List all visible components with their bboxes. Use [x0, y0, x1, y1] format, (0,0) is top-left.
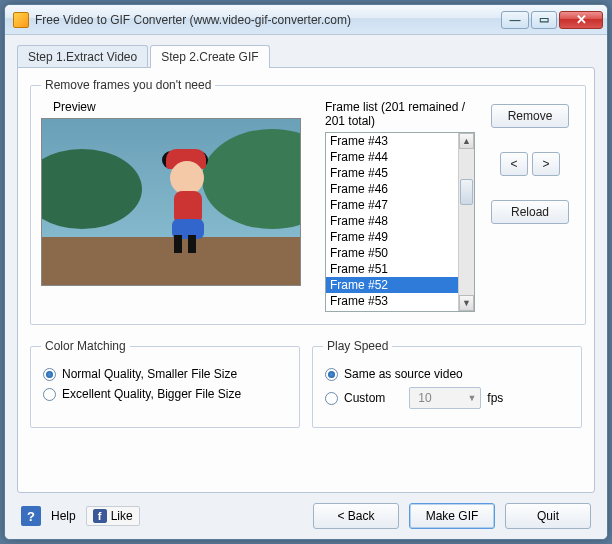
make-gif-button[interactable]: Make GIF [409, 503, 495, 529]
fps-unit: fps [487, 391, 503, 405]
frame-list-item[interactable]: Frame #54 [326, 309, 458, 311]
prev-frame-button[interactable]: < [500, 152, 528, 176]
scroll-up-button[interactable]: ▲ [459, 133, 474, 149]
radio-icon [325, 392, 338, 405]
preview-image [41, 118, 301, 286]
radio-label: Custom [344, 391, 385, 405]
fps-value: 10 [418, 391, 431, 405]
tab-step2[interactable]: Step 2.Create GIF [150, 45, 269, 68]
frame-list-item[interactable]: Frame #52 [326, 277, 458, 293]
window-title: Free Video to GIF Converter (www.video-g… [35, 13, 501, 27]
quit-button[interactable]: Quit [505, 503, 591, 529]
help-label[interactable]: Help [51, 509, 76, 523]
frame-list-label: Frame list (201 remained / 201 total) [325, 100, 475, 128]
radio-normal-quality[interactable]: Normal Quality, Smaller File Size [43, 367, 287, 381]
radio-custom-speed[interactable]: Custom 10 ▼ fps [325, 387, 569, 409]
tab-step1[interactable]: Step 1.Extract Video [17, 45, 148, 68]
frame-list-item[interactable]: Frame #49 [326, 229, 458, 245]
radio-excellent-quality[interactable]: Excellent Quality, Bigger File Size [43, 387, 287, 401]
like-label: Like [111, 509, 133, 523]
like-button[interactable]: f Like [86, 506, 140, 526]
scroll-down-button[interactable]: ▼ [459, 295, 474, 311]
chevron-down-icon: ▼ [467, 393, 476, 403]
play-speed-group: Play Speed Same as source video Custom 1… [312, 339, 582, 428]
play-speed-legend: Play Speed [323, 339, 392, 353]
frame-list-item[interactable]: Frame #44 [326, 149, 458, 165]
color-matching-group: Color Matching Normal Quality, Smaller F… [30, 339, 300, 428]
listbox-scrollbar[interactable]: ▲ ▼ [458, 133, 474, 311]
facebook-icon: f [93, 509, 107, 523]
radio-icon [325, 368, 338, 381]
app-window: Free Video to GIF Converter (www.video-g… [4, 4, 608, 540]
fps-combo[interactable]: 10 ▼ [409, 387, 481, 409]
frame-list-item[interactable]: Frame #45 [326, 165, 458, 181]
reload-button[interactable]: Reload [491, 200, 569, 224]
app-icon [13, 12, 29, 28]
remove-frames-legend: Remove frames you don't need [41, 78, 215, 92]
frame-list-item[interactable]: Frame #46 [326, 181, 458, 197]
footer-bar: ? Help f Like < Back Make GIF Quit [17, 493, 595, 529]
frame-list-item[interactable]: Frame #47 [326, 197, 458, 213]
remove-button[interactable]: Remove [491, 104, 569, 128]
close-button[interactable]: ✕ [559, 11, 603, 29]
tab-strip: Step 1.Extract Video Step 2.Create GIF [17, 45, 595, 68]
radio-icon [43, 388, 56, 401]
radio-label: Normal Quality, Smaller File Size [62, 367, 237, 381]
frame-listbox[interactable]: Frame #43Frame #44Frame #45Frame #46Fram… [325, 132, 475, 312]
radio-icon [43, 368, 56, 381]
help-icon[interactable]: ? [21, 506, 41, 526]
titlebar: Free Video to GIF Converter (www.video-g… [5, 5, 607, 35]
back-button[interactable]: < Back [313, 503, 399, 529]
preview-label: Preview [53, 100, 321, 114]
maximize-button[interactable]: ▭ [531, 11, 557, 29]
frame-list-item[interactable]: Frame #48 [326, 213, 458, 229]
next-frame-button[interactable]: > [532, 152, 560, 176]
radio-same-speed[interactable]: Same as source video [325, 367, 569, 381]
minimize-button[interactable]: — [501, 11, 529, 29]
frame-list-item[interactable]: Frame #50 [326, 245, 458, 261]
scroll-thumb[interactable] [460, 179, 473, 205]
radio-label: Excellent Quality, Bigger File Size [62, 387, 241, 401]
frame-list-item[interactable]: Frame #43 [326, 133, 458, 149]
color-matching-legend: Color Matching [41, 339, 130, 353]
radio-label: Same as source video [344, 367, 463, 381]
tab-panel: Remove frames you don't need Preview [17, 67, 595, 493]
frame-list-item[interactable]: Frame #51 [326, 261, 458, 277]
frame-list-item[interactable]: Frame #53 [326, 293, 458, 309]
client-area: Step 1.Extract Video Step 2.Create GIF R… [5, 35, 607, 539]
remove-frames-group: Remove frames you don't need Preview [30, 78, 586, 325]
